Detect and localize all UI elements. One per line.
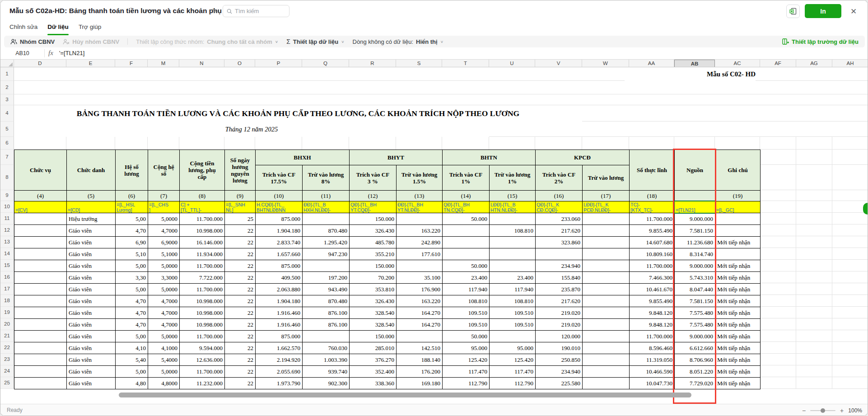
column-header-AA[interactable]: AA [629, 60, 674, 67]
cell-r15-c1[interactable]: Giáo viên [66, 260, 116, 272]
tab-tro-giup[interactable]: Trợ giúp [79, 21, 101, 35]
cell-r21-c5[interactable]: 22 [224, 330, 256, 342]
cell-r12-c10[interactable] [442, 224, 490, 237]
cell-r20-c8[interactable]: 328.540 [349, 318, 397, 331]
cell-r12-c6[interactable]: 1.904.180 [255, 224, 303, 237]
header-num-right-0[interactable]: (18) [629, 190, 675, 201]
side-panel-handle[interactable] [863, 203, 868, 215]
cell-r15-c4[interactable]: 11.700.000 [179, 260, 225, 272]
cell-r13-c8[interactable]: 485.780 [349, 236, 397, 248]
cell-r11-c15[interactable]: 9.000.000 [674, 213, 715, 225]
cell-r23-c10[interactable]: 125.420 [442, 354, 490, 366]
cell-r14-c12[interactable] [535, 248, 583, 260]
cell-r12-c15[interactable]: 7.581.150 [674, 224, 715, 237]
cell-r23-c6[interactable]: 2.194.920 [255, 354, 303, 366]
cell-r12-c0[interactable] [14, 224, 67, 237]
cell-r11-c7[interactable] [302, 213, 350, 225]
cell-r18-c11[interactable]: 108.810 [489, 295, 536, 307]
cell-r21-c2[interactable]: 5,00 [115, 330, 148, 342]
empty-row-dropdown[interactable]: Dòng không có dữ liệu: Hiển thị ∨ [353, 38, 443, 45]
cell-r25-c6[interactable]: 1.973.790 [255, 377, 303, 389]
header-num-BHYT-1[interactable]: (13) [396, 190, 443, 201]
group-formula-dropdown[interactable]: Thiết lập công thức nhóm: Chung cho tất … [136, 38, 278, 45]
horizontal-scrollbar-thumb[interactable] [119, 393, 691, 397]
column-header-S[interactable]: S [396, 60, 442, 67]
cell-r23-c2[interactable]: 5,40 [115, 354, 148, 366]
cell-r16-c5[interactable]: 22 [224, 271, 256, 284]
column-header-AH[interactable]: AH [832, 60, 868, 67]
row-header-7[interactable]: 7 [0, 150, 14, 165]
column-header-D[interactable]: D [14, 60, 66, 67]
cell-r13-c16[interactable]: Mới tiếp nhận [715, 236, 761, 248]
cell-r16-c16[interactable]: Mới tiếp nhận [715, 271, 761, 284]
cell-r20-c11[interactable]: 109.510 [489, 318, 536, 331]
cell-r24-c3[interactable]: 5,0000 [148, 365, 180, 378]
cell-r18-c12[interactable]: 217.620 [535, 295, 583, 307]
cell-r11-c4[interactable]: 11.700.000 [179, 213, 225, 225]
cell-r14-c13[interactable] [582, 248, 630, 260]
cell-formula-col14[interactable]: TC]- [KTX_TC]- [629, 201, 675, 213]
cell-r25-c8[interactable]: 338.360 [349, 377, 397, 389]
cell-r15-c5[interactable]: 22 [224, 260, 256, 272]
row-header-5[interactable]: 5 [0, 122, 14, 137]
row-header-15[interactable]: 15 [0, 260, 14, 271]
cell-r22-c9[interactable]: 142.510 [396, 342, 443, 354]
cell-formula-col1[interactable]: =[CD] [66, 201, 116, 213]
cell-r16-c12[interactable]: 155.840 [535, 271, 583, 284]
column-header-Q[interactable]: Q [302, 60, 349, 67]
row-header-1[interactable]: 1 [0, 67, 14, 81]
cell-r20-c0[interactable] [14, 318, 67, 331]
cell-r20-c9[interactable]: 164.270 [396, 318, 443, 331]
cell-r15-c13[interactable] [582, 260, 630, 272]
column-header-U[interactable]: U [489, 60, 535, 67]
cell-r16-c8[interactable]: 70.200 [349, 271, 397, 284]
cell-r12-c12[interactable]: 217.620 [535, 224, 583, 237]
cell-r19-c7[interactable]: 876.100 [302, 307, 350, 319]
cell-formula-col11[interactable]: LĐĐ]-[TL_B HTN.NLĐĐ]- [489, 201, 536, 213]
header-Chức-vụ[interactable]: Chức vụ [14, 150, 67, 191]
cell-r14-c15[interactable]: 8.314.740 [674, 248, 715, 260]
header-num-BHXH-0[interactable]: (10) [255, 190, 303, 201]
cell-r17-c2[interactable]: 5,00 [115, 283, 148, 295]
column-header-M[interactable]: M [148, 60, 179, 67]
cell-r23-c4[interactable]: 12.636.000 [179, 354, 225, 366]
cell-r14-c7[interactable]: 947.230 [302, 248, 350, 260]
cell-r12-c11[interactable]: 108.810 [489, 224, 536, 237]
cell-r21-c3[interactable]: 5,0000 [148, 330, 180, 342]
cell-r15-c15[interactable]: 9.000.000 [674, 260, 715, 272]
edit-title-icon[interactable]: ✎ [212, 0, 217, 21]
cell-r25-c11[interactable]: 112.790 [489, 377, 536, 389]
cell-r22-c4[interactable]: 9.594.000 [179, 342, 225, 354]
cell-r18-c0[interactable] [14, 295, 67, 307]
cell-r14-c16[interactable] [715, 248, 761, 260]
cell-r13-c13[interactable] [582, 236, 630, 248]
zoom-in-button[interactable]: + [840, 407, 844, 414]
cell-r25-c9[interactable]: 169.180 [396, 377, 443, 389]
cell-r17-c13[interactable] [582, 283, 630, 295]
cell-r19-c15[interactable]: 7.575.480 [674, 307, 715, 319]
cell-r18-c2[interactable]: 4,70 [115, 295, 148, 307]
cell-r15-c11[interactable] [489, 260, 536, 272]
column-header-AF[interactable]: AF [760, 60, 796, 67]
cell-r25-c13[interactable] [582, 377, 630, 389]
cell-r20-c5[interactable]: 22 [224, 318, 256, 331]
zoom-slider[interactable] [810, 410, 835, 411]
cell-r11-c2[interactable]: 5,00 [115, 213, 148, 225]
row-header-20[interactable]: 20 [0, 318, 14, 330]
select-all-corner[interactable] [0, 60, 14, 67]
column-header-AC[interactable]: AC [715, 60, 760, 67]
cell-form-code[interactable]: Mẫu số C02- HD [625, 67, 756, 81]
group-header-BHTN[interactable]: BHTN [442, 150, 536, 165]
cell-r19-c12[interactable]: 219.020 [535, 307, 583, 319]
cell-r11-c5[interactable]: 25 [224, 213, 256, 225]
header-Cộng-tiền-lương,-phụ-cấp[interactable]: Cộng tiền lương, phụ cấp [179, 150, 225, 191]
cell-r13-c0[interactable] [14, 236, 67, 248]
cell-r22-c8[interactable]: 285.010 [349, 342, 397, 354]
cell-r11-c0[interactable] [14, 213, 67, 225]
cell-r18-c4[interactable]: 10.998.000 [179, 295, 225, 307]
cell-r25-c15[interactable]: 7.729.020 [674, 377, 715, 389]
cell-r24-c12[interactable]: 234.940 [535, 365, 583, 378]
cell-r17-c16[interactable]: Mới tiếp nhận [715, 283, 761, 295]
subheader-KPCĐ-0[interactable]: Trích vào CF 2% [535, 165, 583, 191]
header-num-4[interactable]: (7) [148, 190, 180, 201]
